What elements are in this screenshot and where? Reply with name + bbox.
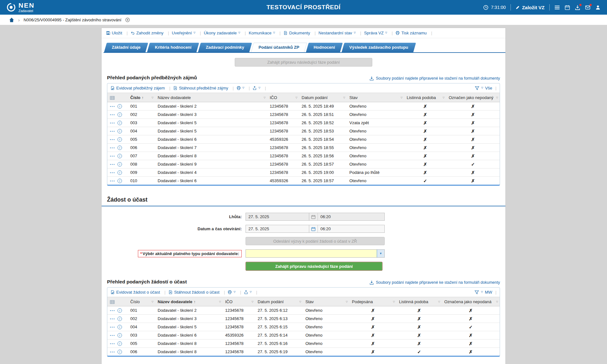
row-menu-icon[interactable] bbox=[110, 334, 115, 336]
info-icon[interactable] bbox=[118, 112, 122, 117]
table-row[interactable]: 010 Dodavatel - školení 6 45359326 26. 5… bbox=[107, 177, 500, 185]
nen-logo[interactable]: NEN Zadavatel bbox=[6, 2, 34, 13]
column-header[interactable]: IČO▽ bbox=[267, 93, 299, 102]
table-row[interactable]: 002 Dodavatel - školení 3 12345678 27. 5… bbox=[107, 315, 500, 323]
info-icon[interactable] bbox=[118, 121, 122, 125]
table-row[interactable]: 001 Dodavatel - školení 2 12345678 26. 5… bbox=[107, 102, 500, 111]
row-menu-icon[interactable] bbox=[110, 147, 115, 149]
toolbar-item[interactable]: Uveřejnění ▽ bbox=[172, 31, 204, 35]
row-menu-icon[interactable] bbox=[110, 139, 115, 140]
column-filter-icon[interactable]: ▽ bbox=[346, 300, 348, 303]
column-filter-icon[interactable]: ▽ bbox=[496, 96, 498, 99]
info-icon[interactable] bbox=[118, 104, 122, 109]
row-menu-icon[interactable] bbox=[110, 310, 115, 311]
calendar-icon[interactable] bbox=[309, 213, 318, 221]
row-menu-icon[interactable] bbox=[110, 105, 115, 107]
create-vz-button[interactable]: Založit VZ bbox=[516, 5, 545, 10]
row-menu-icon[interactable] bbox=[110, 155, 115, 157]
table-row[interactable]: 008 Dodavatel - školení 9 12345678 26. 5… bbox=[107, 160, 500, 168]
table-row[interactable]: 002 Dodavatel - školení 3 12345678 26. 5… bbox=[107, 111, 500, 119]
info-icon[interactable] bbox=[118, 317, 122, 321]
column-filter-icon[interactable]: ▽ bbox=[393, 300, 395, 303]
info-icon[interactable] bbox=[118, 137, 122, 142]
column-header[interactable]: Označena jako nepodaná▽ bbox=[442, 297, 500, 306]
column-filter-icon[interactable]: ▽ bbox=[438, 300, 440, 303]
column-header[interactable] bbox=[107, 93, 128, 102]
type-select[interactable]: ▼ bbox=[246, 249, 385, 258]
start-next-phase-button-top[interactable]: Zahájit přípravu následující fáze podání bbox=[235, 58, 372, 67]
column-filter-icon[interactable]: ▽ bbox=[496, 300, 498, 303]
info-icon[interactable] bbox=[118, 146, 122, 150]
tab[interactable]: Zadávací podmínky bbox=[199, 43, 251, 52]
chevron-down-icon[interactable]: ▼ bbox=[377, 250, 384, 257]
info-icon[interactable] bbox=[118, 350, 122, 354]
toolbar-item[interactable]: Dokumenty bbox=[283, 31, 318, 35]
toolbar-item[interactable]: Zahodit změny bbox=[131, 31, 172, 35]
column-filter-icon[interactable]: ▽ bbox=[443, 96, 445, 99]
info-icon[interactable] bbox=[118, 129, 122, 133]
tab[interactable]: Výsledek zadávacího postupu bbox=[343, 43, 415, 52]
downloads-icon[interactable] bbox=[575, 5, 580, 10]
otevirani-date-input[interactable]: 27. 5. 2025 bbox=[246, 225, 309, 233]
column-header[interactable]: Název dodavatele↑▽ bbox=[155, 297, 223, 306]
toolbar-item[interactable]: Tisk záznamu bbox=[396, 31, 435, 35]
tab[interactable]: Kritéria hodnocení bbox=[148, 43, 198, 52]
row-menu-icon[interactable] bbox=[110, 351, 115, 353]
info-icon[interactable] bbox=[118, 325, 122, 329]
column-header[interactable]: Číslo↑▽ bbox=[128, 93, 155, 102]
table-row[interactable]: 004 Dodavatel - školení 5 12345678 26. 5… bbox=[107, 127, 500, 135]
tab[interactable]: Základní údaje bbox=[105, 43, 147, 52]
start-next-phase-button[interactable]: Zahájit přípravu následující fáze podání bbox=[246, 262, 382, 271]
table-row[interactable]: 001 Dodavatel - školení 2 12345678 27. 5… bbox=[107, 306, 500, 315]
toolbar-item[interactable]: Nestandardní stav ▽ bbox=[318, 31, 364, 35]
export-button[interactable]: ▽ bbox=[253, 86, 269, 90]
row-menu-icon[interactable] bbox=[110, 122, 115, 124]
info-icon[interactable] bbox=[118, 308, 122, 313]
calendar-icon[interactable] bbox=[309, 225, 318, 233]
row-menu-icon[interactable] bbox=[110, 180, 115, 182]
column-header[interactable]: Podepsána▽ bbox=[349, 297, 396, 306]
table-row[interactable]: 005 Dodavatel - školení 8 12345678 27. 5… bbox=[107, 339, 500, 348]
filter-icon[interactable] bbox=[475, 86, 479, 90]
files-download-link[interactable]: Soubory podání najdete připravené ke sta… bbox=[369, 76, 500, 81]
lhuta-time-input[interactable]: 06:20 bbox=[318, 213, 385, 221]
column-filter-icon[interactable]: ▽ bbox=[299, 300, 301, 303]
grid-action-link[interactable]: Evidovat žádost o účast bbox=[111, 290, 168, 295]
column-filter-icon[interactable]: ▽ bbox=[296, 96, 297, 99]
calendar-icon[interactable] bbox=[565, 5, 570, 10]
table-row[interactable]: 003 Dodavatel - školení 6 45359326 27. 5… bbox=[107, 331, 500, 339]
row-menu-icon[interactable] bbox=[110, 326, 115, 328]
tab[interactable]: Podání účastníků ZP bbox=[252, 43, 306, 52]
user-icon[interactable] bbox=[595, 5, 601, 10]
filter-view-chevron[interactable]: ▽ bbox=[481, 86, 483, 89]
breadcrumb[interactable]: N006/25/V00004995 - Zajištění závodního … bbox=[24, 18, 121, 22]
column-header[interactable]: Listinná podoba▽ bbox=[396, 297, 442, 306]
export-button[interactable]: ▽ bbox=[244, 290, 260, 295]
column-filter-icon[interactable]: ▽ bbox=[343, 96, 345, 99]
table-row[interactable]: 007 Dodavatel - školení 8 12345678 26. 5… bbox=[107, 152, 500, 160]
column-header[interactable]: Datum podání▽ bbox=[255, 297, 303, 306]
files-download-link[interactable]: Soubory podání najdete připravené ke sta… bbox=[369, 280, 500, 285]
column-header[interactable]: Označen jako nepodaný▽ bbox=[446, 93, 500, 102]
lhuta-date-input[interactable]: 27. 5. 2025 bbox=[246, 213, 309, 221]
row-menu-icon[interactable] bbox=[110, 343, 115, 345]
info-icon[interactable] bbox=[118, 179, 122, 183]
info-icon[interactable] bbox=[118, 333, 122, 338]
filter-view-chevron[interactable]: ▽ bbox=[481, 290, 483, 293]
table-row[interactable]: 003 Dodavatel - školení 5 12345678 26. 5… bbox=[107, 119, 500, 127]
otevirani-time-input[interactable]: 06:20 bbox=[318, 225, 385, 233]
toolbar-item[interactable]: Úkony zadavatele ▽ bbox=[204, 31, 249, 35]
table-row[interactable]: 005 Dodavatel - školení 6 45359326 26. 5… bbox=[107, 135, 500, 144]
home-icon[interactable] bbox=[9, 17, 14, 23]
close-icon[interactable] bbox=[125, 18, 130, 22]
toolbar-item[interactable]: Uložit bbox=[106, 31, 131, 35]
column-header[interactable]: Číslo▽ bbox=[128, 297, 155, 306]
column-header[interactable]: Název dodavatele▽ bbox=[155, 93, 267, 102]
column-header[interactable]: Datum podání▽ bbox=[299, 93, 347, 102]
info-icon[interactable] bbox=[118, 170, 122, 175]
filter-icon[interactable] bbox=[475, 290, 479, 295]
grid-action-link[interactable]: Stáhnout předběžné zájmy bbox=[173, 86, 237, 90]
column-filter-icon[interactable]: ▽ bbox=[219, 300, 221, 303]
column-header[interactable]: Listinná podoba▽ bbox=[404, 93, 446, 102]
column-filter-icon[interactable]: ▽ bbox=[264, 96, 266, 99]
